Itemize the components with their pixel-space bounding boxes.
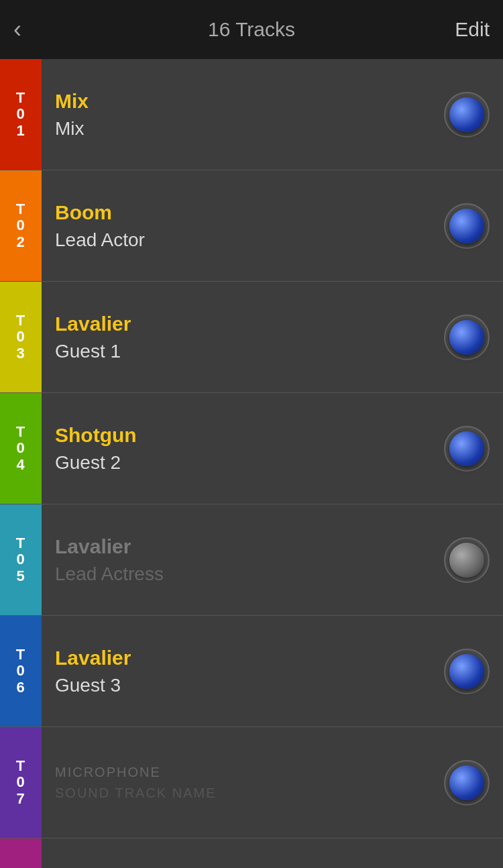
- track-label-t: T: [0, 838, 42, 868]
- track-row: T04ShotgunGuest 2: [0, 393, 503, 504]
- track-mic-name: Lavalier: [55, 535, 490, 558]
- track-mic-name: Shotgun: [55, 424, 490, 447]
- track-toggle-button[interactable]: [444, 92, 490, 138]
- track-row: T01MixMix: [0, 59, 503, 170]
- track-label-t04: T04: [0, 393, 42, 504]
- track-content-6: MICROPHONESOUND TRACK NAME: [42, 727, 503, 838]
- track-content-2: LavalierGuest 1: [42, 282, 503, 392]
- toggle-ball: [449, 431, 484, 466]
- header: ‹ 16 Tracks Edit: [0, 0, 503, 59]
- track-person-name: Lead Actress: [55, 563, 490, 585]
- tracks-list: T01MixMixT02BoomLead ActorT03LavalierGue…: [0, 59, 503, 868]
- track-mic-name: Mix: [55, 90, 490, 113]
- toggle-ball: [449, 209, 484, 243]
- track-content-4: LavalierLead Actress: [42, 504, 503, 615]
- track-content-3: ShotgunGuest 2: [42, 393, 503, 504]
- edit-button[interactable]: Edit: [455, 18, 490, 41]
- toggle-ball: [449, 543, 484, 578]
- track-content-1: BoomLead Actor: [42, 170, 503, 281]
- track-row: T07MICROPHONESOUND TRACK NAME: [0, 727, 503, 838]
- track-content-5: LavalierGuest 3: [42, 616, 503, 726]
- track-mic-name: Boom: [55, 201, 490, 224]
- page-title: 16 Tracks: [208, 18, 295, 41]
- track-person-name: Lead Actor: [55, 229, 490, 251]
- track-person-name: Mix: [55, 118, 490, 140]
- track-label-t03: T03: [0, 282, 42, 392]
- track-label-t05: T05: [0, 504, 42, 615]
- track-person-name: Guest 3: [55, 675, 490, 696]
- track-content-0: MixMix: [42, 59, 503, 170]
- track-label-t06: T06: [0, 616, 42, 726]
- track-row: T03LavalierGuest 1: [0, 282, 503, 393]
- track-person-name: Guest 2: [55, 452, 490, 474]
- track-toggle-button[interactable]: [444, 537, 490, 583]
- toggle-ball: [449, 97, 484, 132]
- track-toggle-button[interactable]: [444, 649, 490, 694]
- track-toggle-button[interactable]: [444, 203, 490, 249]
- toggle-ball: [449, 654, 484, 689]
- track-toggle-button[interactable]: [444, 760, 490, 806]
- track-toggle-button[interactable]: [444, 315, 490, 360]
- track-row: TMICROPHONE: [0, 838, 503, 868]
- track-mic-name: MICROPHONE: [55, 765, 490, 780]
- track-row: T05LavalierLead Actress: [0, 504, 503, 616]
- track-label-t01: T01: [0, 59, 42, 170]
- track-toggle-button[interactable]: [444, 426, 490, 472]
- back-button[interactable]: ‹: [13, 17, 21, 42]
- track-mic-name: Lavalier: [55, 647, 490, 669]
- track-label-t02: T02: [0, 170, 42, 281]
- track-content-7: MICROPHONE: [42, 838, 503, 868]
- toggle-ball: [449, 765, 484, 800]
- track-person-name: SOUND TRACK NAME: [55, 785, 490, 801]
- track-person-name: Guest 1: [55, 341, 490, 362]
- toggle-ball: [449, 320, 484, 355]
- track-label-t07: T07: [0, 727, 42, 838]
- track-mic-name: Lavalier: [55, 313, 490, 335]
- track-row: T02BoomLead Actor: [0, 170, 503, 282]
- track-row: T06LavalierGuest 3: [0, 616, 503, 727]
